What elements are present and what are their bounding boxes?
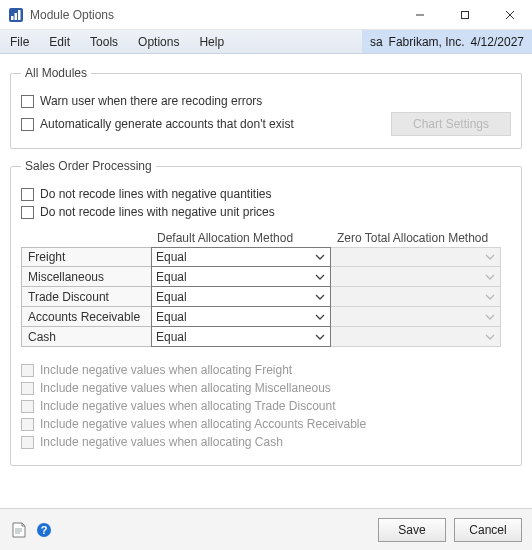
allocation-table: Default Allocation Method Zero Total All… bbox=[21, 231, 511, 347]
menu-edit[interactable]: Edit bbox=[39, 30, 80, 53]
alloc-row-label: Accounts Receivable bbox=[21, 306, 151, 327]
menubar: File Edit Tools Options Help sa Fabrikam… bbox=[0, 30, 532, 54]
checkbox-include-negative bbox=[21, 364, 34, 377]
titlebar: Module Options bbox=[0, 0, 532, 30]
zero-alloc-combo bbox=[331, 326, 501, 347]
combo-value: Equal bbox=[156, 310, 187, 324]
zero-alloc-combo bbox=[331, 266, 501, 287]
alloc-row-label: Trade Discount bbox=[21, 286, 151, 307]
group-all-modules-legend: All Modules bbox=[21, 66, 91, 80]
group-sop-legend: Sales Order Processing bbox=[21, 159, 156, 173]
chevron-down-icon bbox=[482, 309, 498, 325]
svg-rect-3 bbox=[18, 10, 21, 20]
combo-value: Equal bbox=[156, 290, 187, 304]
checkbox-warn-recoding[interactable] bbox=[21, 95, 34, 108]
header-default-alloc: Default Allocation Method bbox=[151, 231, 331, 245]
note-icon[interactable] bbox=[10, 521, 28, 539]
chevron-down-icon bbox=[312, 309, 328, 325]
status-bar: sa Fabrikam, Inc. 4/12/2027 bbox=[362, 30, 532, 53]
cancel-button[interactable]: Cancel bbox=[454, 518, 522, 542]
chevron-down-icon bbox=[312, 269, 328, 285]
checkbox-include-negative bbox=[21, 436, 34, 449]
zero-alloc-combo bbox=[331, 306, 501, 327]
status-company: Fabrikam, Inc. bbox=[389, 35, 465, 49]
default-alloc-combo[interactable]: Equal bbox=[151, 306, 331, 327]
default-alloc-combo[interactable]: Equal bbox=[151, 286, 331, 307]
label-autogen-accounts: Automatically generate accounts that don… bbox=[40, 117, 294, 131]
chevron-down-icon bbox=[482, 329, 498, 345]
label-include-negative: Include negative values when allocating … bbox=[40, 435, 283, 449]
alloc-row: Trade DiscountEqual bbox=[21, 287, 511, 307]
label-neg-qty: Do not recode lines with negative quanti… bbox=[40, 187, 271, 201]
close-button[interactable] bbox=[487, 0, 532, 30]
svg-rect-1 bbox=[11, 16, 14, 20]
label-include-negative: Include negative values when allocating … bbox=[40, 363, 292, 377]
checkbox-include-negative bbox=[21, 382, 34, 395]
label-include-negative: Include negative values when allocating … bbox=[40, 399, 336, 413]
label-include-negative: Include negative values when allocating … bbox=[40, 381, 331, 395]
chevron-down-icon bbox=[482, 249, 498, 265]
label-include-negative: Include negative values when allocating … bbox=[40, 417, 366, 431]
save-button[interactable]: Save bbox=[378, 518, 446, 542]
status-user: sa bbox=[370, 35, 383, 49]
alloc-row: MiscellaneousEqual bbox=[21, 267, 511, 287]
window-title: Module Options bbox=[30, 8, 114, 22]
alloc-row: CashEqual bbox=[21, 327, 511, 347]
checkbox-include-negative bbox=[21, 400, 34, 413]
group-all-modules: All Modules Warn user when there are rec… bbox=[10, 66, 522, 149]
combo-value: Equal bbox=[156, 250, 187, 264]
chart-settings-button: Chart Settings bbox=[391, 112, 511, 136]
zero-alloc-combo bbox=[331, 247, 501, 267]
alloc-row-label: Miscellaneous bbox=[21, 266, 151, 287]
label-warn-recoding: Warn user when there are recoding errors bbox=[40, 94, 262, 108]
chevron-down-icon bbox=[312, 249, 328, 265]
default-alloc-combo[interactable]: Equal bbox=[151, 266, 331, 287]
window-controls bbox=[397, 0, 532, 30]
status-date: 4/12/2027 bbox=[471, 35, 524, 49]
menu-tools[interactable]: Tools bbox=[80, 30, 128, 53]
chevron-down-icon bbox=[482, 289, 498, 305]
chevron-down-icon bbox=[312, 329, 328, 345]
footer: ? Save Cancel bbox=[0, 508, 532, 550]
zero-alloc-combo bbox=[331, 286, 501, 307]
combo-value: Equal bbox=[156, 270, 187, 284]
checkbox-autogen-accounts[interactable] bbox=[21, 118, 34, 131]
chevron-down-icon bbox=[482, 269, 498, 285]
default-alloc-combo[interactable]: Equal bbox=[151, 247, 331, 267]
svg-rect-2 bbox=[15, 13, 18, 20]
header-zero-alloc: Zero Total Allocation Method bbox=[331, 231, 501, 245]
checkbox-neg-qty[interactable] bbox=[21, 188, 34, 201]
alloc-row-label: Cash bbox=[21, 326, 151, 347]
checkbox-neg-price[interactable] bbox=[21, 206, 34, 219]
combo-value: Equal bbox=[156, 330, 187, 344]
alloc-row: Accounts ReceivableEqual bbox=[21, 307, 511, 327]
alloc-row: FreightEqual bbox=[21, 247, 511, 267]
maximize-button[interactable] bbox=[442, 0, 487, 30]
app-icon bbox=[8, 7, 24, 23]
checkbox-include-negative bbox=[21, 418, 34, 431]
help-icon[interactable]: ? bbox=[36, 522, 52, 538]
menu-options[interactable]: Options bbox=[128, 30, 189, 53]
label-neg-price: Do not recode lines with negative unit p… bbox=[40, 205, 275, 219]
default-alloc-combo[interactable]: Equal bbox=[151, 326, 331, 347]
svg-rect-5 bbox=[461, 11, 468, 18]
include-block: Include negative values when allocating … bbox=[21, 363, 511, 449]
alloc-row-label: Freight bbox=[21, 247, 151, 267]
menu-file[interactable]: File bbox=[0, 30, 39, 53]
minimize-button[interactable] bbox=[397, 0, 442, 30]
client-area: All Modules Warn user when there are rec… bbox=[0, 54, 532, 466]
group-sop: Sales Order Processing Do not recode lin… bbox=[10, 159, 522, 466]
chevron-down-icon bbox=[312, 289, 328, 305]
svg-text:?: ? bbox=[41, 524, 48, 536]
menu-help[interactable]: Help bbox=[189, 30, 234, 53]
